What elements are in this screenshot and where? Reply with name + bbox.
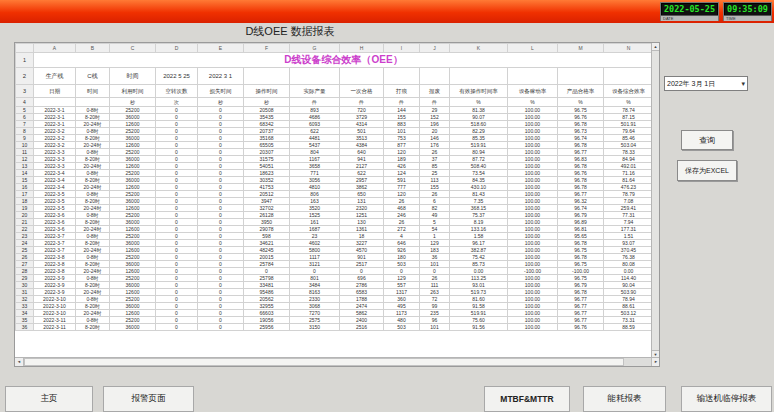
cell[interactable]: 95.65	[558, 233, 604, 240]
unit-cell[interactable]: 秒	[198, 98, 244, 107]
cell[interactable]: 129	[384, 275, 420, 282]
cell[interactable]	[420, 68, 450, 85]
row-number[interactable]: 18	[16, 198, 34, 205]
corner-cell[interactable]	[16, 44, 34, 53]
cell[interactable]: 0	[156, 268, 198, 275]
cell[interactable]: 36000	[110, 261, 156, 268]
cell[interactable]: 100.00	[508, 303, 558, 310]
cell[interactable]: 1.58	[450, 233, 508, 240]
cell[interactable]: 35435	[244, 114, 290, 121]
cell[interactable]: 12600	[110, 205, 156, 212]
cell[interactable]: 0	[156, 212, 198, 219]
cell[interactable]	[508, 68, 558, 85]
cell[interactable]: 25200	[110, 317, 156, 324]
row-number[interactable]: 13	[16, 163, 34, 170]
column-letter[interactable]: A	[34, 44, 76, 53]
cell[interactable]: 177.31	[604, 226, 654, 233]
unit-cell[interactable]: 件	[340, 98, 384, 107]
cell[interactable]: 650	[340, 191, 384, 198]
cell[interactable]: 2516	[340, 324, 384, 331]
cell[interactable]: 12600	[110, 247, 156, 254]
cell[interactable]: 370.45	[604, 247, 654, 254]
cell[interactable]: 133.16	[450, 226, 508, 233]
cell[interactable]: 36000	[110, 240, 156, 247]
cell[interactable]: 100.00	[508, 282, 558, 289]
cell[interactable]: 2022-3-3	[34, 149, 76, 156]
row-number[interactable]: 20	[16, 212, 34, 219]
cell[interactable]: 23	[290, 233, 340, 240]
cell[interactable]: 480	[384, 317, 420, 324]
cell[interactable]: 100.00	[508, 107, 558, 114]
header-cell[interactable]: 报废	[420, 85, 450, 98]
cell[interactable]: 100.00	[508, 310, 558, 317]
cell[interactable]: 0	[156, 233, 198, 240]
column-letter[interactable]: J	[420, 44, 450, 53]
cell[interactable]: 25200	[110, 212, 156, 219]
unit-cell[interactable]: %	[508, 98, 558, 107]
cell[interactable]: 189	[384, 156, 420, 163]
row-number[interactable]: 27	[16, 261, 34, 268]
cell[interactable]: 0	[198, 303, 244, 310]
cell[interactable]: 144	[384, 107, 420, 114]
cell[interactable]: 7270	[290, 310, 340, 317]
cell[interactable]: 96.77	[558, 191, 604, 198]
cell[interactable]: 0	[156, 128, 198, 135]
cell[interactable]: 0	[156, 170, 198, 177]
cell[interactable]: 120	[384, 149, 420, 156]
horizontal-scrollbar[interactable]: ◄ ►	[15, 357, 660, 366]
cell[interactable]: 36000	[110, 219, 156, 226]
cell[interactable]: 101	[420, 324, 450, 331]
row-number[interactable]: 6	[16, 114, 34, 121]
cell[interactable]: 0	[198, 254, 244, 261]
cell[interactable]	[340, 68, 384, 85]
cell[interactable]: 0	[156, 289, 198, 296]
cell[interactable]: 91.58	[450, 303, 508, 310]
cell[interactable]: 20-24时	[76, 310, 110, 317]
cell[interactable]: 101	[384, 128, 420, 135]
cell[interactable]: 25200	[110, 254, 156, 261]
cell[interactable]: 96.78	[558, 254, 604, 261]
cell[interactable]: 54051	[244, 163, 290, 170]
cell[interactable]: 0	[198, 163, 244, 170]
cell[interactable]: 806	[290, 191, 340, 198]
row-number[interactable]: 4	[16, 98, 34, 107]
cell[interactable]: 0	[198, 317, 244, 324]
cell[interactable]: 66603	[244, 310, 290, 317]
cell[interactable]: 0	[156, 163, 198, 170]
cell[interactable]: 0	[156, 135, 198, 142]
cell[interactable]: 1	[420, 233, 450, 240]
cell[interactable]: 93.01	[450, 282, 508, 289]
cell[interactable]: 84.35	[450, 177, 508, 184]
cell[interactable]	[604, 68, 654, 85]
cell[interactable]	[558, 68, 604, 85]
cell[interactable]: 0	[156, 198, 198, 205]
unit-cell[interactable]: %	[604, 98, 654, 107]
cell[interactable]: 20-24时	[76, 289, 110, 296]
unit-cell[interactable]: %	[558, 98, 604, 107]
cell[interactable]: 176	[420, 142, 450, 149]
cell[interactable]: 93.07	[604, 240, 654, 247]
cell[interactable]: 20-24时	[76, 205, 110, 212]
row-number[interactable]: 5	[16, 107, 34, 114]
cell[interactable]: 79.64	[604, 128, 654, 135]
header-cell[interactable]: 实际产量	[290, 85, 340, 98]
cell[interactable]: 2022-3-10	[34, 303, 76, 310]
cell[interactable]: 0	[384, 268, 420, 275]
cell[interactable]: 0-8时	[76, 149, 110, 156]
cell[interactable]: 18623	[244, 170, 290, 177]
cell[interactable]: 771	[290, 170, 340, 177]
cell[interactable]: 131	[340, 198, 384, 205]
cell[interactable]: 368.15	[450, 205, 508, 212]
cell[interactable]: 36000	[110, 282, 156, 289]
cell[interactable]: 503	[384, 324, 420, 331]
cell[interactable]: 100.00	[508, 156, 558, 163]
cell[interactable]: C线	[76, 68, 110, 85]
cell[interactable]: 75.42	[450, 254, 508, 261]
cell[interactable]: 5	[420, 219, 450, 226]
cell[interactable]: 0	[156, 310, 198, 317]
cell[interactable]: 91.56	[450, 324, 508, 331]
cell[interactable]: 73.54	[450, 170, 508, 177]
cell[interactable]: 777	[384, 184, 420, 191]
cell[interactable]: 8.19	[450, 219, 508, 226]
nav-mtbf-mttr-button[interactable]: MTBF&MTTR	[484, 386, 570, 412]
